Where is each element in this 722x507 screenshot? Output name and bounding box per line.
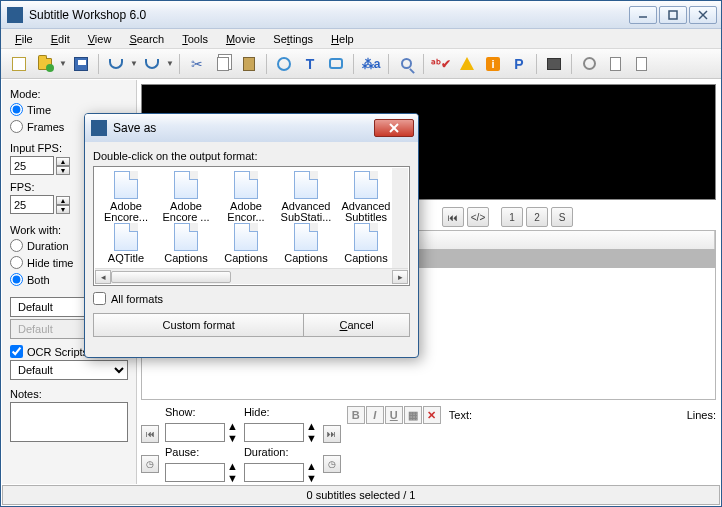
text-button[interactable]: T: [298, 52, 322, 76]
format-name: Captions: [164, 253, 207, 264]
pascal-button[interactable]: P: [507, 52, 531, 76]
duration-up[interactable]: ▲: [306, 460, 317, 472]
menu-view[interactable]: View: [80, 31, 120, 47]
close-button[interactable]: [689, 6, 717, 24]
menu-settings[interactable]: Settings: [265, 31, 321, 47]
maximize-button[interactable]: [659, 6, 687, 24]
toolbar: ▼ ▼ ▼ ✂ T ⁂a ᵃᵇ✔ i P: [1, 49, 721, 79]
save-button[interactable]: [69, 52, 93, 76]
input-fps-field[interactable]: [10, 156, 54, 175]
clock-button[interactable]: ◷: [141, 455, 159, 473]
format-item[interactable]: AQTitle: [96, 223, 156, 264]
format-item[interactable]: Adobe Encore ...: [156, 171, 216, 223]
timing-button[interactable]: [272, 52, 296, 76]
settings-button[interactable]: [577, 52, 601, 76]
horizontal-scrollbar[interactable]: ◂ ▸: [95, 268, 408, 284]
italic-button[interactable]: I: [366, 406, 384, 424]
new-button[interactable]: [7, 52, 31, 76]
search-button[interactable]: [394, 52, 418, 76]
undo-icon: [109, 59, 123, 69]
last-button[interactable]: ⏭: [323, 425, 341, 443]
format-item[interactable]: Captions: [336, 223, 396, 264]
open-dropdown[interactable]: ▼: [59, 59, 67, 68]
open-button[interactable]: [33, 52, 57, 76]
comment-button[interactable]: [324, 52, 348, 76]
scroll-right-button[interactable]: ▸: [392, 270, 408, 284]
vertical-scrollbar[interactable]: [392, 168, 408, 268]
menu-movie[interactable]: Movie: [218, 31, 263, 47]
duration-field[interactable]: [244, 463, 304, 482]
input-fps-up[interactable]: ▲: [56, 157, 70, 166]
copy-button[interactable]: [211, 52, 235, 76]
format-item[interactable]: Captions: [156, 223, 216, 264]
undo-button[interactable]: [104, 52, 128, 76]
preset-1-button[interactable]: 1: [501, 207, 523, 227]
work-duration-label: Duration: [27, 240, 69, 252]
scroll-thumb[interactable]: [111, 271, 231, 283]
pause-up[interactable]: ▲: [227, 460, 238, 472]
sheet2-button[interactable]: [629, 52, 653, 76]
format-item[interactable]: Captions: [216, 223, 276, 264]
custom-format-button[interactable]: Custom format: [94, 314, 304, 336]
separator: [388, 54, 389, 74]
underline-button[interactable]: U: [385, 406, 403, 424]
minimize-button[interactable]: [629, 6, 657, 24]
fps-down[interactable]: ▼: [56, 205, 70, 214]
duration-down[interactable]: ▼: [306, 472, 317, 484]
clock2-button[interactable]: ◷: [323, 455, 341, 473]
cut-button[interactable]: ✂: [185, 52, 209, 76]
fps-field[interactable]: [10, 195, 54, 214]
all-formats-check[interactable]: All formats: [93, 292, 410, 305]
menu-edit[interactable]: Edit: [43, 31, 78, 47]
file-icon: [234, 171, 258, 199]
input-fps-down[interactable]: ▼: [56, 166, 70, 175]
show-field[interactable]: [165, 423, 225, 442]
info-button[interactable]: i: [481, 52, 505, 76]
paste-button[interactable]: [237, 52, 261, 76]
hide-field[interactable]: [244, 423, 304, 442]
menu-search[interactable]: Search: [121, 31, 172, 47]
bold-button[interactable]: B: [347, 406, 365, 424]
undo-dropdown[interactable]: ▼: [130, 59, 138, 68]
preset-2-button[interactable]: 2: [526, 207, 548, 227]
menu-file[interactable]: File: [7, 31, 41, 47]
menubar: File Edit View Search Tools Movie Settin…: [1, 29, 721, 49]
format-item[interactable]: Adobe Encore...: [96, 171, 156, 223]
notes-label: Notes:: [10, 388, 128, 400]
redo-dropdown[interactable]: ▼: [166, 59, 174, 68]
dialog-close-button[interactable]: [374, 119, 414, 137]
separator: [423, 54, 424, 74]
pause-down[interactable]: ▼: [227, 472, 238, 484]
movie-button[interactable]: [542, 52, 566, 76]
pause-field[interactable]: [165, 463, 225, 482]
menu-help[interactable]: Help: [323, 31, 362, 47]
format-item[interactable]: Advanced SubStati...: [276, 171, 336, 223]
cancel-button[interactable]: Cancel: [304, 314, 409, 336]
show-down[interactable]: ▼: [227, 432, 238, 444]
redo-button[interactable]: [140, 52, 164, 76]
spellcheck-button[interactable]: ᵃᵇ✔: [429, 52, 453, 76]
format-item[interactable]: Captions: [276, 223, 336, 264]
fps-up[interactable]: ▲: [56, 196, 70, 205]
scroll-left-button[interactable]: ◂: [95, 270, 111, 284]
menu-tools[interactable]: Tools: [174, 31, 216, 47]
notes-field[interactable]: [10, 402, 128, 442]
warning-icon: [460, 57, 474, 70]
format-name: Captions: [344, 253, 387, 264]
code-button[interactable]: </>: [467, 207, 489, 227]
hide-down[interactable]: ▼: [306, 432, 317, 444]
prev-marker-button[interactable]: ⏮: [442, 207, 464, 227]
grid-button[interactable]: ▦: [404, 406, 422, 424]
format-listbox[interactable]: Adobe Encore...Adobe Encore ...Adobe Enc…: [93, 166, 410, 286]
format-item[interactable]: Adobe Encor...: [216, 171, 276, 223]
translate-button[interactable]: ⁂a: [359, 52, 383, 76]
show-up[interactable]: ▲: [227, 420, 238, 432]
clear-button[interactable]: ✕: [423, 406, 441, 424]
sheet1-button[interactable]: [603, 52, 627, 76]
first-button[interactable]: ⏮: [141, 425, 159, 443]
format-item[interactable]: Advanced Subtitles: [336, 171, 396, 223]
ocr-select[interactable]: Default: [10, 360, 128, 380]
errors-button[interactable]: [455, 52, 479, 76]
hide-up[interactable]: ▲: [306, 420, 317, 432]
preset-s-button[interactable]: S: [551, 207, 573, 227]
